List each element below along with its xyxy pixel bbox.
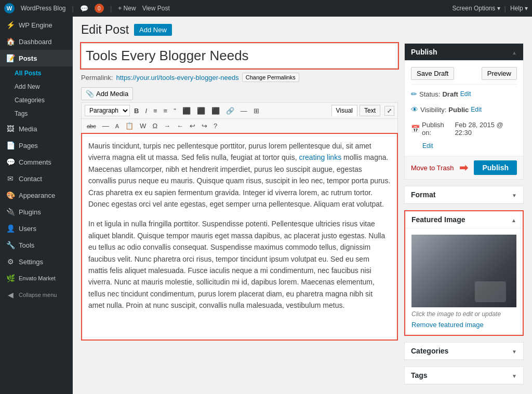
publish-button[interactable]: Publish: [474, 160, 517, 175]
users-icon: 👤: [6, 224, 15, 233]
wp-engine-icon: ⚡: [6, 21, 15, 29]
paste-word-btn[interactable]: W: [138, 121, 148, 131]
categories-box-header[interactable]: Categories: [405, 343, 523, 360]
sidebar-sub-all-posts[interactable]: All Posts: [0, 66, 73, 80]
add-new-button[interactable]: Add New: [134, 24, 172, 36]
sidebar-item-pages[interactable]: 📄 Pages: [0, 137, 73, 154]
post-title-input[interactable]: [84, 46, 395, 66]
status-edit-link[interactable]: Edit: [460, 90, 471, 98]
right-sidebar: Publish Save Draft Preview ✏ Status: Dra…: [404, 43, 524, 391]
text-tab[interactable]: Text: [360, 105, 380, 116]
wp-logo-section: W: [4, 3, 15, 13]
remove-featured-link[interactable]: Remove featured image: [411, 321, 516, 329]
new-post-btn[interactable]: + New: [118, 5, 136, 12]
add-media-button[interactable]: 📎 Add Media: [81, 87, 133, 100]
sidebar-sub-tags[interactable]: Tags: [0, 107, 73, 120]
settings-icon: ⚙: [6, 257, 15, 266]
site-name: WordPress Blog: [21, 5, 65, 12]
editor-link[interactable]: creating links: [299, 153, 341, 161]
main-editor: Permalink: https://your.url/tools-every-…: [81, 43, 398, 391]
undo-btn[interactable]: ↩: [188, 121, 197, 131]
sidebar-item-tools[interactable]: 🔧 Tools: [0, 237, 73, 253]
draft-preview-row: Save Draft Preview: [411, 67, 517, 80]
kitchen-sink-button[interactable]: ⊞: [251, 106, 261, 116]
sidebar-item-wp-engine[interactable]: ⚡ WP Engine: [0, 17, 73, 33]
view-post-link[interactable]: View Post: [142, 5, 170, 12]
blockquote-button[interactable]: ": [171, 106, 178, 116]
sidebar-item-collapse[interactable]: ◀ Collapse menu: [0, 287, 73, 303]
redo-btn[interactable]: ↪: [200, 121, 209, 131]
sidebar-item-plugins[interactable]: 🔌 Plugins: [0, 203, 73, 220]
expand-editor-button[interactable]: ⤢: [384, 106, 394, 116]
sidebar-item-users[interactable]: 👤 Users: [0, 220, 73, 237]
change-permalinks-button[interactable]: Change Permalinks: [242, 73, 299, 82]
sidebar-item-label: Envato Market: [19, 275, 56, 281]
editor-content[interactable]: Mauris tincidunt, turpis nec pellentesqu…: [81, 133, 398, 341]
outdent-btn[interactable]: ←: [175, 121, 185, 131]
editor-paragraph-2: In et ligula in nulla fringilla porttito…: [88, 218, 391, 311]
sidebar-item-label: Plugins: [19, 208, 41, 216]
dashboard-icon: 🏠: [6, 37, 15, 46]
ordered-list-button[interactable]: ≡: [162, 106, 170, 116]
publish-on-value: Feb 28, 2015 @ 22:30: [455, 121, 517, 137]
screen-options-button[interactable]: Screen Options ▾: [453, 5, 500, 12]
more-button[interactable]: —: [238, 106, 249, 116]
sidebar-item-dashboard[interactable]: 🏠 Dashboard: [0, 33, 73, 50]
save-draft-button[interactable]: Save Draft: [411, 67, 454, 80]
publish-on-edit-row: Edit: [411, 142, 517, 150]
tags-box-header[interactable]: Tags: [405, 367, 523, 384]
media-icon-btn: 📎: [86, 90, 94, 98]
featured-image-header[interactable]: Featured Image: [405, 211, 523, 228]
format-box: Format: [404, 186, 524, 204]
sidebar-item-settings[interactable]: ⚙ Settings: [0, 253, 73, 270]
align-center-button[interactable]: ⬛: [195, 106, 207, 116]
visibility-edit-link[interactable]: Edit: [471, 106, 482, 113]
publish-box-header: Publish: [405, 44, 523, 61]
move-to-trash-link[interactable]: Move to Trash: [411, 164, 454, 172]
publish-date-edit-link[interactable]: Edit: [422, 142, 433, 150]
publish-box-title: Publish: [411, 48, 437, 56]
plugins-icon: 🔌: [6, 208, 15, 216]
sidebar-item-comments[interactable]: 💬 Comments: [0, 154, 73, 170]
text-color-btn[interactable]: A: [113, 122, 121, 130]
special-char-btn[interactable]: Ω: [150, 121, 159, 131]
separator1: |: [72, 5, 73, 12]
sidebar-sub-categories[interactable]: Categories: [0, 93, 73, 107]
main-layout: ⚡ WP Engine 🏠 Dashboard 📝 Posts All Post…: [0, 17, 532, 394]
indent-btn[interactable]: →: [162, 121, 172, 131]
help-toolbar-btn[interactable]: ?: [211, 121, 219, 131]
strikethrough-btn[interactable]: abc: [85, 122, 98, 130]
page-title: Edit Post: [81, 23, 129, 37]
sidebar: ⚡ WP Engine 🏠 Dashboard 📝 Posts All Post…: [0, 17, 73, 394]
help-button[interactable]: Help ▾: [510, 5, 528, 12]
visual-tab[interactable]: Visual: [331, 105, 357, 116]
format-select[interactable]: Paragraph: [85, 105, 130, 116]
sidebar-item-envato[interactable]: 🌿 Envato Market: [0, 270, 73, 287]
permalink-label: Permalink:: [81, 74, 113, 81]
publish-collapse-icon[interactable]: [512, 48, 517, 56]
toolbar-row2: abc — A 📋 W Ω → ← ↩ ↪ ?: [82, 119, 397, 133]
featured-image-preview[interactable]: [411, 235, 516, 307]
permalink-link[interactable]: https://your.url/tools-every-blogger-nee…: [116, 74, 238, 81]
sidebar-item-appearance[interactable]: 🎨 Appearance: [0, 187, 73, 203]
format-box-header[interactable]: Format: [405, 186, 523, 203]
hr-btn[interactable]: —: [100, 121, 111, 131]
sidebar-item-contact[interactable]: ✉ Contact: [0, 170, 73, 187]
align-right-button[interactable]: ⬛: [209, 106, 222, 116]
add-new-label: Add New: [15, 83, 40, 90]
unordered-list-button[interactable]: ≡: [151, 106, 159, 116]
bold-button[interactable]: B: [132, 106, 141, 116]
italic-button[interactable]: I: [143, 106, 149, 116]
sidebar-item-posts[interactable]: 📝 Posts: [0, 50, 73, 66]
sidebar-sub-add-new[interactable]: Add New: [0, 80, 73, 93]
align-left-button[interactable]: ⬛: [180, 106, 193, 116]
preview-button[interactable]: Preview: [482, 67, 517, 80]
status-icon: ✏: [411, 90, 417, 98]
paste-text-btn[interactable]: 📋: [123, 121, 136, 131]
tags-label: Tags: [15, 110, 28, 117]
sidebar-item-media[interactable]: 🖼 Media: [0, 120, 73, 137]
permalink-bar: Permalink: https://your.url/tools-every-…: [81, 73, 398, 82]
tags-collapse-icon: [512, 371, 517, 379]
link-button[interactable]: 🔗: [224, 106, 236, 116]
publish-footer: Move to Trash ➡ Publish: [405, 156, 523, 179]
